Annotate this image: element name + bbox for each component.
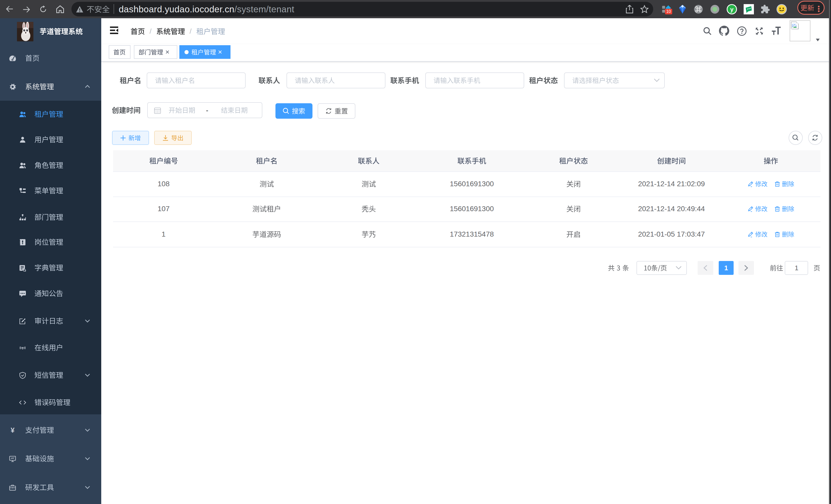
svg-text:¥: ¥ — [10, 427, 15, 434]
svg-text:y: y — [730, 6, 734, 12]
